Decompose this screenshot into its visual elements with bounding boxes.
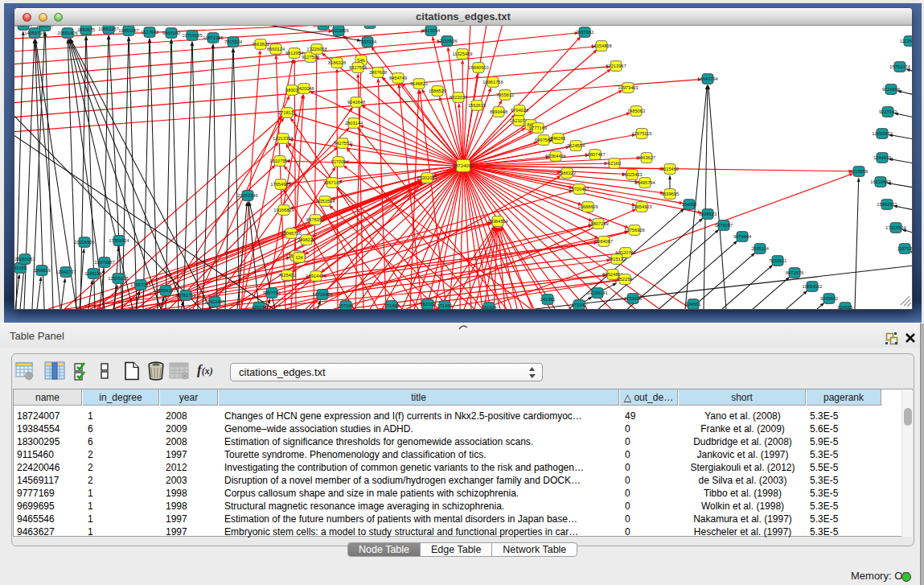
svg-text:39159: 39159 xyxy=(14,266,27,270)
svg-text:11353594: 11353594 xyxy=(315,199,335,204)
svg-text:8322037: 8322037 xyxy=(450,95,467,100)
svg-text:1890675: 1890675 xyxy=(77,27,95,32)
svg-text:3624554: 3624554 xyxy=(567,143,585,148)
svg-text:18724007: 18724007 xyxy=(453,163,474,168)
svg-text:173342: 173342 xyxy=(572,303,587,307)
svg-text:7986322: 7986322 xyxy=(558,171,576,175)
svg-text:9461046: 9461046 xyxy=(14,26,32,27)
svg-text:2718170: 2718170 xyxy=(278,110,296,115)
svg-text:8990448: 8990448 xyxy=(490,109,507,114)
svg-text:2935114: 2935114 xyxy=(751,246,769,251)
svg-text:6479197: 6479197 xyxy=(715,223,733,228)
svg-text:7485063: 7485063 xyxy=(627,109,645,113)
svg-text:14055724: 14055724 xyxy=(24,31,44,35)
svg-text:12942737: 12942737 xyxy=(55,270,76,274)
svg-text:9699695: 9699695 xyxy=(661,192,679,196)
svg-text:164095: 164095 xyxy=(682,202,697,207)
svg-text:16154808: 16154808 xyxy=(591,43,611,48)
svg-text:129234: 129234 xyxy=(252,305,267,309)
svg-text:157164: 157164 xyxy=(339,303,354,308)
svg-text:8660124: 8660124 xyxy=(267,47,285,51)
svg-text:6794028: 6794028 xyxy=(511,108,528,113)
svg-text:15720407: 15720407 xyxy=(569,187,589,192)
svg-text:9127509: 9127509 xyxy=(302,55,319,60)
svg-text:8186328: 8186328 xyxy=(328,60,346,65)
svg-text:10719185: 10719185 xyxy=(182,33,202,38)
svg-text:3267110: 3267110 xyxy=(323,180,341,185)
svg-text:16914479: 16914479 xyxy=(306,274,326,278)
svg-text:1562615: 1562615 xyxy=(468,103,486,108)
svg-text:19166829: 19166829 xyxy=(273,208,294,212)
svg-text:2867608: 2867608 xyxy=(369,70,387,75)
svg-text:9857791: 9857791 xyxy=(263,290,281,295)
svg-text:9463627: 9463627 xyxy=(638,155,655,160)
svg-text:12975115: 12975115 xyxy=(632,131,652,136)
svg-text:20206556: 20206556 xyxy=(74,240,94,245)
svg-text:16961758: 16961758 xyxy=(483,80,503,84)
svg-text:8878352: 8878352 xyxy=(306,217,324,222)
svg-text:1733426: 1733426 xyxy=(624,296,642,301)
svg-text:16107554: 16107554 xyxy=(269,159,290,163)
svg-text:6466160: 6466160 xyxy=(162,31,180,35)
svg-text:171498: 171498 xyxy=(384,303,400,308)
svg-text:9242848: 9242848 xyxy=(347,100,365,105)
svg-text:7632621: 7632621 xyxy=(769,258,786,263)
svg-text:12213967: 12213967 xyxy=(606,64,626,68)
svg-text:9084067: 9084067 xyxy=(595,239,613,244)
svg-text:10973493: 10973493 xyxy=(618,85,638,90)
svg-text:252254: 252254 xyxy=(618,277,633,282)
svg-text:9912954: 9912954 xyxy=(285,51,303,56)
svg-text:62160: 62160 xyxy=(608,161,621,166)
svg-text:924565: 924565 xyxy=(838,305,853,309)
svg-text:1890677: 1890677 xyxy=(36,26,54,28)
svg-text:9115460: 9115460 xyxy=(661,167,679,171)
svg-text:15640910: 15640910 xyxy=(468,65,488,70)
svg-text:7625402: 7625402 xyxy=(278,273,296,278)
svg-text:9461045: 9461045 xyxy=(314,26,332,27)
svg-text:15716485: 15716485 xyxy=(312,292,332,297)
svg-text:10025433: 10025433 xyxy=(622,172,642,177)
svg-text:9129966: 9129966 xyxy=(882,87,900,92)
svg-text:20691406: 20691406 xyxy=(57,31,77,35)
svg-text:9777169: 9777169 xyxy=(529,126,547,130)
svg-text:98901: 98901 xyxy=(285,88,298,93)
svg-text:8454749: 8454749 xyxy=(389,76,407,80)
svg-text:10958107: 10958107 xyxy=(155,288,175,293)
svg-text:162103: 162103 xyxy=(421,302,436,307)
svg-text:26265061: 26265061 xyxy=(14,257,35,262)
svg-text:17359924: 17359924 xyxy=(109,238,129,243)
svg-text:12218506: 12218506 xyxy=(437,39,457,43)
svg-text:7515524: 7515524 xyxy=(224,39,242,44)
svg-text:10654112: 10654112 xyxy=(803,284,823,289)
svg-text:1527602: 1527602 xyxy=(141,30,158,35)
svg-text:1244419: 1244419 xyxy=(873,155,891,160)
svg-text:14136141: 14136141 xyxy=(587,290,607,295)
svg-text:17957255: 17957255 xyxy=(130,282,150,287)
svg-text:12213393: 12213393 xyxy=(273,136,293,141)
svg-text:7357224: 7357224 xyxy=(359,39,376,44)
svg-text:9146821: 9146821 xyxy=(410,81,428,86)
svg-text:917006: 917006 xyxy=(331,159,347,164)
svg-text:181924: 181924 xyxy=(482,305,497,309)
svg-text:17016504: 17016504 xyxy=(885,225,906,230)
svg-text:13226058: 13226058 xyxy=(306,47,326,51)
svg-text:8938923: 8938923 xyxy=(699,212,717,216)
svg-text:116753: 116753 xyxy=(897,246,912,251)
svg-text:924561: 924561 xyxy=(686,302,701,307)
svg-text:16210643: 16210643 xyxy=(870,179,890,184)
svg-text:1588520: 1588520 xyxy=(429,89,446,93)
svg-text:8471676: 8471676 xyxy=(786,270,803,275)
svg-text:20053346: 20053346 xyxy=(237,193,257,198)
svg-text:141361: 141361 xyxy=(540,297,556,302)
svg-text:10653287: 10653287 xyxy=(98,27,118,31)
svg-text:9327508: 9327508 xyxy=(349,65,367,70)
svg-text:8215958: 8215958 xyxy=(850,169,868,174)
svg-text:9227343: 9227343 xyxy=(879,109,897,114)
svg-text:171491: 171491 xyxy=(437,303,453,308)
svg-text:11125419: 11125419 xyxy=(900,39,912,43)
svg-text:10046736: 10046736 xyxy=(281,231,301,236)
svg-text:1815132: 1815132 xyxy=(608,257,626,262)
svg-text:8427552: 8427552 xyxy=(334,141,351,146)
svg-text:16782759: 16782759 xyxy=(175,293,195,298)
svg-text:9474444: 9474444 xyxy=(733,234,751,239)
